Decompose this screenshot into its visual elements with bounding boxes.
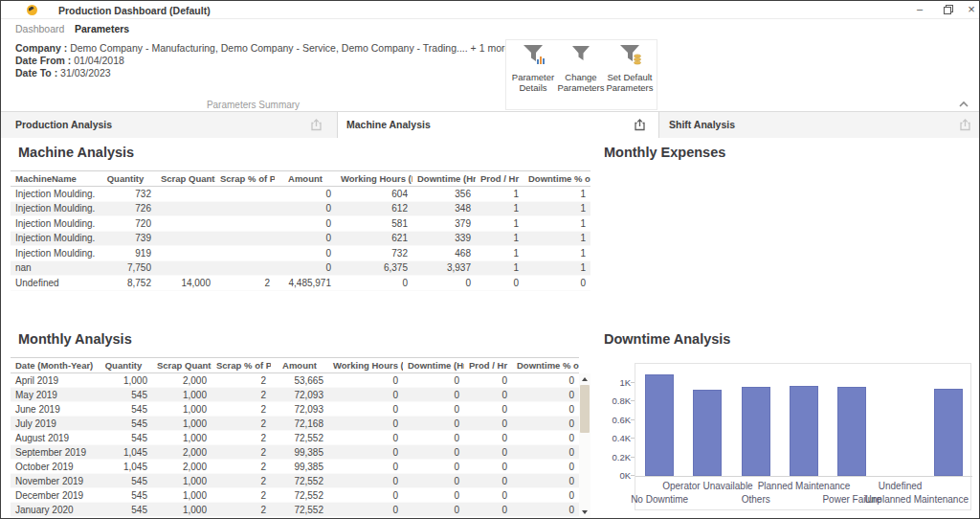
column-header[interactable]: Scrap % of Prod bbox=[215, 173, 275, 184]
cell: 0 bbox=[464, 476, 512, 486]
cell: 0 bbox=[328, 433, 403, 443]
scroll-up-arrow[interactable] bbox=[579, 373, 590, 384]
monthly-table-row[interactable]: April 20191,0002,000253,6650000 bbox=[11, 373, 579, 388]
monthly-table-row[interactable]: January 20205451,000272,5520000 bbox=[11, 503, 579, 517]
bar-unplanned-maintenance[interactable] bbox=[934, 389, 963, 476]
column-header[interactable]: MachineName bbox=[11, 173, 95, 184]
column-header[interactable]: Working Hours (Hrs) bbox=[336, 173, 412, 184]
cell: 1,000 bbox=[152, 418, 212, 429]
set-default-parameters-button[interactable]: Set Default Parameters bbox=[606, 43, 654, 106]
machine-table-row[interactable]: nan7,75006,3753,93711 bbox=[11, 261, 590, 277]
export-icon[interactable] bbox=[309, 118, 323, 132]
export-icon[interactable] bbox=[958, 118, 972, 132]
cell: 2 bbox=[212, 476, 271, 486]
column-header[interactable]: Amount bbox=[275, 173, 336, 184]
column-header[interactable]: Quantity bbox=[95, 173, 156, 184]
funnel-chart-icon bbox=[521, 43, 546, 66]
close-button[interactable]: × bbox=[958, 1, 980, 18]
machine-table-row[interactable]: Injection Moulding...919073246811 bbox=[11, 246, 590, 261]
tab-dashboard[interactable]: Dashboard bbox=[15, 19, 64, 39]
scrollbar-thumb[interactable] bbox=[580, 385, 590, 433]
cell: 348 bbox=[412, 203, 476, 214]
machine-table-row[interactable]: Injection Moulding...732060435611 bbox=[11, 187, 590, 202]
monthly-table-row[interactable]: November 20195451,000272,5520000 bbox=[11, 474, 579, 488]
column-header[interactable]: Downtime % o... bbox=[512, 360, 579, 371]
column-header[interactable]: Date (Month-Year) bbox=[11, 360, 95, 371]
monthly-table-row[interactable]: June 20195451,000272,0930000 bbox=[11, 402, 579, 417]
tab-production-analysis[interactable]: Production Analysis bbox=[1, 112, 338, 138]
cell: 0 bbox=[464, 462, 512, 472]
column-header[interactable]: Prod / Hr bbox=[464, 360, 512, 371]
export-icon[interactable] bbox=[633, 118, 647, 132]
scroll-down-arrow[interactable] bbox=[579, 508, 590, 518]
y-tick-mark bbox=[631, 419, 635, 420]
column-header[interactable]: Scrap % of Prod bbox=[212, 360, 271, 371]
cell: July 2019 bbox=[11, 418, 95, 429]
cell: 0 bbox=[328, 418, 403, 429]
column-header[interactable]: Scrap Quantity bbox=[156, 173, 215, 184]
monthly-table-row[interactable]: December 20195451,000272,5520000 bbox=[11, 488, 579, 503]
y-tick-label: 0.2K bbox=[604, 452, 631, 463]
column-header[interactable]: Quantity bbox=[95, 360, 152, 371]
change-parameters-label: Change Parameters bbox=[557, 72, 605, 93]
y-tick-mark bbox=[631, 382, 635, 383]
machine-table-row[interactable]: Injection Moulding...739062133911 bbox=[11, 232, 590, 247]
dashboard-tab-strip: Production Analysis Machine Analysis Shi… bbox=[1, 112, 979, 138]
cell: 0 bbox=[275, 248, 336, 259]
bar-operator-unavailable[interactable] bbox=[693, 390, 722, 476]
cell: 0 bbox=[328, 462, 403, 472]
cell: 604 bbox=[336, 189, 412, 199]
machine-table-row[interactable]: Injection Moulding...726061234811 bbox=[11, 202, 590, 217]
parameter-details-button[interactable]: Parameter Details bbox=[509, 43, 557, 106]
tab-shift-analysis[interactable]: Shift Analysis bbox=[659, 112, 980, 138]
cell: 621 bbox=[336, 233, 412, 243]
cell: 581 bbox=[336, 218, 412, 229]
tab-machine-analysis[interactable]: Machine Analysis bbox=[338, 112, 659, 138]
cell: 2 bbox=[215, 278, 275, 288]
cell: 1 bbox=[523, 262, 590, 273]
column-header[interactable]: Downtime % of... bbox=[523, 173, 590, 184]
machine-table-row[interactable]: Undefined8,75214,00024,485,9710000 bbox=[11, 276, 590, 291]
ribbon-group-caption: Parameters Summary bbox=[1, 100, 505, 110]
monthly-table-row[interactable]: May 20195451,000272,0930000 bbox=[11, 388, 579, 402]
cell: August 2019 bbox=[11, 433, 95, 443]
monthly-table-row[interactable]: August 20195451,000272,5520000 bbox=[11, 431, 579, 445]
column-header[interactable]: Prod / Hr bbox=[476, 173, 523, 184]
column-header[interactable]: Amount bbox=[271, 360, 328, 371]
machine-table-row[interactable]: Injection Moulding...720058137911 bbox=[11, 216, 590, 232]
tab-parameters[interactable]: Parameters bbox=[75, 19, 129, 39]
bar-power-failure[interactable] bbox=[837, 387, 866, 476]
cell: 0 bbox=[464, 404, 512, 415]
date-from-value: 01/04/2018 bbox=[74, 55, 124, 66]
bar-no-downtime[interactable] bbox=[645, 374, 674, 476]
column-header[interactable]: Downtime (Hrs) bbox=[412, 173, 476, 184]
cell: 1,000 bbox=[152, 490, 212, 501]
cell: 0 bbox=[336, 278, 412, 288]
column-header[interactable]: Scrap Quantity bbox=[152, 360, 212, 371]
cell: 0 bbox=[275, 218, 336, 229]
change-parameters-button[interactable]: Change Parameters bbox=[557, 43, 605, 106]
monthly-table-row[interactable]: October 20191,0452,000299,3850000 bbox=[11, 460, 579, 474]
monthly-analysis-table: Date (Month-Year)QuantityScrap QuantityS… bbox=[11, 357, 579, 517]
cell: 545 bbox=[95, 418, 152, 429]
cell: 0 bbox=[512, 505, 579, 515]
cell: 0 bbox=[275, 189, 336, 199]
collapse-ribbon-button[interactable] bbox=[958, 96, 971, 107]
bar-planned-maintenance[interactable] bbox=[790, 386, 818, 476]
monthly-table-row[interactable]: September 20191,0452,000299,3850000 bbox=[11, 445, 579, 460]
cell: 0 bbox=[275, 262, 336, 273]
bar-others[interactable] bbox=[742, 387, 770, 476]
cell: 2 bbox=[212, 447, 271, 458]
cell: 0 bbox=[512, 476, 579, 486]
minimize-button[interactable]: – bbox=[906, 1, 933, 18]
cell: 53,665 bbox=[271, 375, 328, 386]
column-header[interactable]: Working Hours (Hrs) bbox=[328, 360, 403, 371]
cell: 0 bbox=[328, 404, 403, 415]
cell: 1 bbox=[476, 233, 523, 243]
column-header[interactable]: Downtime (Hrs) bbox=[403, 360, 464, 371]
monthly-table-scrollbar[interactable] bbox=[579, 373, 590, 518]
monthly-table-row[interactable]: July 20195451,000272,1680000 bbox=[11, 417, 579, 431]
date-to-line: Date To : 31/03/2023 bbox=[15, 67, 111, 79]
app-logo-icon bbox=[27, 5, 37, 15]
funnel-coins-icon bbox=[617, 43, 642, 66]
